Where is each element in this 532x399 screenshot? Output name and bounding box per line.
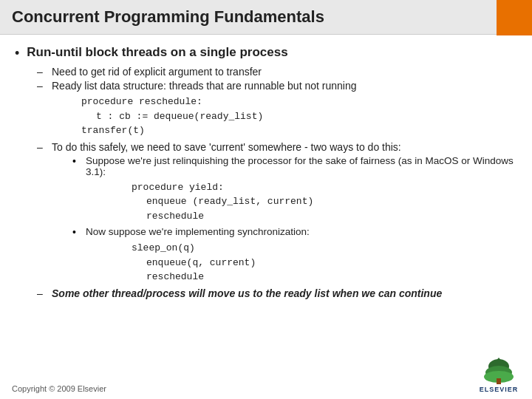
code-block-3: sleep_on(q) enqueue(q, current) reschedu… <box>132 241 517 284</box>
code-line-2: t : cb := dequeue(ready_list) <box>96 109 517 124</box>
code2-line-1: procedure yield: <box>132 180 517 195</box>
code2-line-3: reschedule <box>146 209 517 224</box>
dash-1: – <box>37 66 46 78</box>
sub-text-1: Need to get rid of explicit argument to … <box>52 66 262 78</box>
elsevier-label: ELSEVIER <box>480 386 519 393</box>
code-block-2: procedure yield: enqueue (ready_list, cu… <box>132 180 517 224</box>
code2-line-2: enqueue (ready_list, current) <box>146 194 517 209</box>
copyright-text: Copyright © 2009 Elsevier <box>12 384 106 393</box>
code-line-1: procedure reschedule: <box>81 95 517 109</box>
footer-copyright: Copyright © 2009 Elsevier <box>12 384 106 393</box>
bullet-dot: • <box>15 46 19 61</box>
code-line-3: transfer(t) <box>81 123 517 138</box>
sub-sub-item-2: • Now suppose we're implementing synchro… <box>72 226 517 238</box>
code3-line-1: sleep_on(q) <box>132 241 517 256</box>
dash-4: – <box>37 287 46 299</box>
code3-line-2: enqueue(q, current) <box>146 256 517 270</box>
sub-item-3: – To do this safely, we need to save 'cu… <box>37 141 517 153</box>
slide-content: • Run-until block threads on a single pr… <box>0 35 532 309</box>
sub-text-4: Some other thread/process will move us t… <box>52 287 442 299</box>
sub-item-2: – Ready list data structure: threads tha… <box>37 80 517 92</box>
sub-text-3: To do this safely, we need to save 'curr… <box>52 141 401 153</box>
sub-text-2: Ready list data structure: threads that … <box>52 80 356 92</box>
sub-sub-text-2: Now suppose we're implementing synchroni… <box>86 226 310 237</box>
sub-item-1: – Need to get rid of explicit argument t… <box>37 66 517 78</box>
bullet-ss2: • <box>72 226 80 238</box>
main-bullet-text: Run-until block threads on a single proc… <box>27 45 287 60</box>
elsevier-logo: ELSEVIER <box>473 352 525 393</box>
svg-rect-6 <box>497 378 501 384</box>
sub-sub-item-1: • Suppose we're just relinquishing the p… <box>72 155 517 177</box>
sub-sub-items: • Suppose we're just relinquishing the p… <box>72 155 517 284</box>
code-block-1: procedure reschedule: t : cb := dequeue(… <box>81 95 517 138</box>
sub-items: – Need to get rid of explicit argument t… <box>37 66 517 299</box>
dash-3: – <box>37 141 46 153</box>
code3-line-3: reschedule <box>146 270 517 284</box>
main-bullet: • Run-until block threads on a single pr… <box>15 45 517 61</box>
sub-sub-text-1: Suppose we're just relinquishing the pro… <box>86 155 517 177</box>
dash-2: – <box>37 80 46 92</box>
slide: Concurrent Programming Fundamentals • Ru… <box>0 0 532 399</box>
bullet-ss1: • <box>72 155 80 167</box>
slide-title: Concurrent Programming Fundamentals <box>12 7 324 27</box>
elsevier-tree-icon <box>480 356 518 384</box>
orange-accent <box>497 0 532 35</box>
title-bar: Concurrent Programming Fundamentals <box>0 0 532 35</box>
sub-item-4: – Some other thread/process will move us… <box>37 287 517 299</box>
